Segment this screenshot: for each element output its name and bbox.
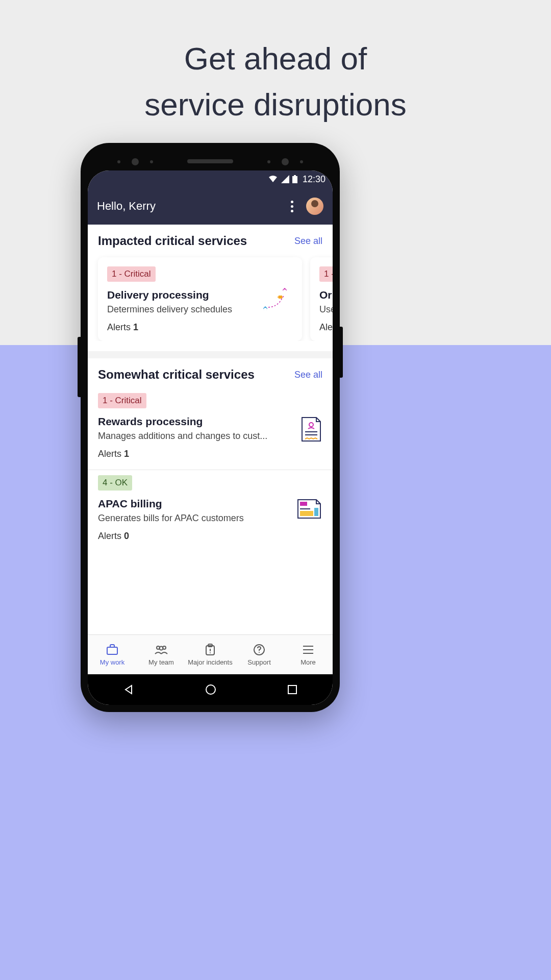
hero-title: Get ahead ofservice disruptions xyxy=(0,36,551,128)
phone-sensors-left xyxy=(117,160,153,165)
support-icon xyxy=(253,643,265,656)
avatar[interactable] xyxy=(306,198,323,215)
phone-screen: 12:30 Hello, Kerry Impacted critical ser… xyxy=(88,170,333,705)
nav-my-team[interactable]: My team xyxy=(137,635,186,674)
svg-rect-9 xyxy=(300,511,313,516)
service-item-alerts: Alerts 1 xyxy=(98,449,322,459)
nav-label: More xyxy=(300,658,316,666)
impacted-section: Impacted critical services See all 1 - C… xyxy=(88,225,333,351)
briefcase-icon xyxy=(106,643,118,656)
svg-point-3 xyxy=(264,308,267,311)
svg-point-2 xyxy=(283,289,286,292)
phone-frame: 12:30 Hello, Kerry Impacted critical ser… xyxy=(81,143,340,712)
service-list-item[interactable]: 1 - Critical Rewards processing Manages … xyxy=(88,388,333,470)
impacted-see-all-link[interactable]: See all xyxy=(294,236,322,247)
somewhat-title: Somewhat critical services xyxy=(98,368,255,382)
service-card-alerts: Ale xyxy=(319,322,333,333)
svg-point-18 xyxy=(210,652,211,653)
service-card-alerts: Alerts 1 xyxy=(107,322,293,333)
service-card[interactable]: 1 - Or Use Ale xyxy=(310,257,333,341)
nav-label: Major incidents xyxy=(188,658,232,666)
impacted-title: Impacted critical services xyxy=(98,234,247,248)
content-area: Impacted critical services See all 1 - C… xyxy=(88,225,333,634)
service-card-desc: Use xyxy=(319,304,333,315)
svg-rect-25 xyxy=(288,685,296,694)
nav-support[interactable]: Support xyxy=(235,635,284,674)
nav-more[interactable]: More xyxy=(284,635,333,674)
incident-icon xyxy=(205,643,216,656)
service-list-item[interactable]: 4 - OK APAC billing Generates bills for … xyxy=(88,470,333,552)
team-icon xyxy=(154,643,168,656)
service-item-title: APAC billing xyxy=(98,498,322,510)
signal-icon xyxy=(281,175,289,183)
status-bar: 12:30 xyxy=(88,170,333,188)
nav-label: Support xyxy=(247,658,271,666)
priority-badge: 1 - Critical xyxy=(107,266,156,282)
service-card[interactable]: 1 - Critical Delivery processing Determi… xyxy=(98,257,302,341)
home-icon[interactable] xyxy=(205,683,217,696)
status-time: 12:30 xyxy=(303,174,325,185)
greeting-text: Hello, Kerry xyxy=(97,200,286,213)
nav-label: My team xyxy=(148,658,174,666)
nav-my-work[interactable]: My work xyxy=(88,635,137,674)
svg-rect-0 xyxy=(292,176,297,183)
battery-icon xyxy=(292,175,297,183)
phone-sensors-right xyxy=(267,160,303,165)
svg-point-20 xyxy=(259,652,260,653)
svg-rect-10 xyxy=(314,508,318,516)
kebab-menu-icon[interactable] xyxy=(286,201,298,212)
phone-earpiece xyxy=(187,159,233,163)
app-bar: Hello, Kerry xyxy=(88,188,333,225)
priority-badge: 4 - OK xyxy=(98,475,132,491)
service-item-alerts: Alerts 0 xyxy=(98,531,322,542)
svg-point-24 xyxy=(206,685,215,694)
phone-side-button xyxy=(340,327,343,378)
service-item-desc: Generates bills for APAC customers xyxy=(98,513,282,524)
wifi-icon xyxy=(268,175,278,183)
android-system-bar xyxy=(88,674,333,705)
service-item-title: Rewards processing xyxy=(98,415,322,428)
hamburger-icon xyxy=(303,643,314,656)
phone-side-button xyxy=(78,351,81,397)
billing-icon xyxy=(296,498,322,522)
impacted-cards-row[interactable]: 1 - Critical Delivery processing Determi… xyxy=(88,254,333,341)
section-gap xyxy=(88,351,333,358)
bottom-nav: My work My team Major incidents xyxy=(88,634,333,674)
back-icon[interactable] xyxy=(122,683,135,696)
nav-label: My work xyxy=(100,658,124,666)
service-item-desc: Manages additions and changes to cust... xyxy=(98,431,282,442)
priority-badge: 1 - Critical xyxy=(98,393,146,408)
delivery-icon xyxy=(259,287,294,318)
nav-major-incidents[interactable]: Major incidents xyxy=(186,635,235,674)
svg-rect-7 xyxy=(300,502,307,506)
document-icon xyxy=(300,415,322,445)
svg-rect-11 xyxy=(107,647,117,654)
priority-badge: 1 - xyxy=(319,266,333,282)
svg-rect-1 xyxy=(294,175,296,176)
recent-icon[interactable] xyxy=(287,684,298,695)
service-card-title: Or xyxy=(319,289,333,301)
somewhat-section: Somewhat critical services See all 1 - C… xyxy=(88,358,333,562)
somewhat-see-all-link[interactable]: See all xyxy=(294,370,322,380)
